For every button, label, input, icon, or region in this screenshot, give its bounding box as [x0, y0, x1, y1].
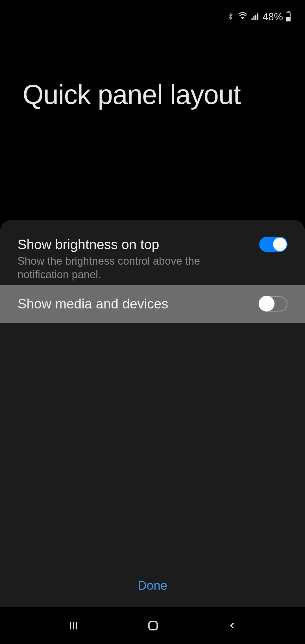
battery-percent: 48%	[263, 11, 283, 23]
page-title: Quick panel layout	[23, 79, 241, 110]
svg-rect-1	[253, 16, 254, 20]
settings-panel: Show brightness on top Show the brightne…	[0, 220, 305, 610]
status-icons: 48%	[227, 11, 291, 23]
setting-media-and-devices[interactable]: Show media and devices	[0, 285, 305, 323]
home-button[interactable]	[147, 619, 159, 632]
setting-title: Show brightness on top	[18, 237, 248, 252]
done-button[interactable]: Done	[138, 578, 167, 593]
setting-subtitle: Show the brightness control above the no…	[18, 254, 248, 281]
svg-rect-2	[255, 15, 256, 20]
svg-rect-7	[149, 621, 157, 630]
wifi-icon	[237, 12, 248, 22]
battery-icon	[286, 12, 291, 21]
navigation-bar	[0, 607, 305, 644]
svg-rect-3	[257, 13, 258, 20]
svg-rect-0	[252, 18, 253, 20]
recents-button[interactable]	[68, 620, 79, 631]
status-bar: 48%	[0, 0, 305, 34]
setting-title: Show media and devices	[18, 296, 248, 312]
toggle-media-and-devices[interactable]	[259, 296, 287, 312]
back-button[interactable]	[227, 621, 237, 631]
toggle-brightness-on-top[interactable]	[259, 237, 287, 252]
bluetooth-icon	[227, 11, 234, 23]
setting-brightness-on-top[interactable]: Show brightness on top Show the brightne…	[0, 220, 305, 282]
signal-icon	[251, 12, 260, 22]
